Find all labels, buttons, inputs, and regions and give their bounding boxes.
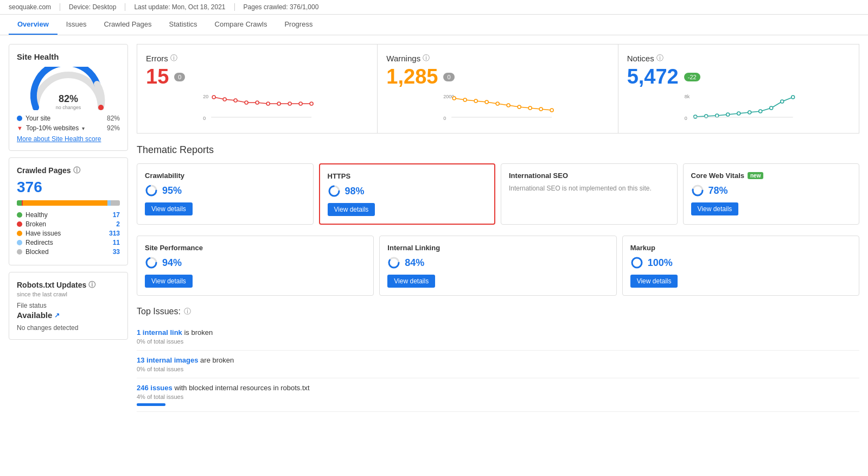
pb-healthy [17, 200, 22, 206]
more-site-health-link[interactable]: More about Site Health score [17, 135, 120, 143]
top10-chevron-icon: ▾ [82, 125, 85, 131]
https-view-details-btn[interactable]: View details [328, 203, 375, 216]
report-site-performance: Site Performance 94% View details [137, 236, 374, 296]
have-issues-dot [17, 231, 22, 236]
healthy-dot [17, 212, 22, 218]
issue-bar-3 [137, 403, 165, 406]
top10-arrow-icon: ▼ [17, 125, 23, 131]
svg-point-13 [299, 102, 302, 105]
warnings-block: Warnings ⓘ 1,285 0 2000 0 [378, 45, 618, 133]
issue-link-1[interactable]: 1 internal link [137, 328, 182, 337]
robots-info-icon[interactable]: ⓘ [88, 280, 95, 290]
site-performance-view-details-btn[interactable]: View details [145, 275, 193, 288]
report-international-seo: International SEO International SEO is n… [501, 163, 678, 225]
crawlability-view-details-btn[interactable]: View details [145, 202, 193, 215]
issue-text-3: 246 issues with blocked internal resourc… [137, 384, 859, 392]
new-badge: new [748, 172, 763, 179]
external-link-icon[interactable]: ↗ [54, 312, 60, 319]
site-health-title: Site Health [17, 52, 120, 61]
svg-point-21 [485, 100, 488, 104]
gauge-svg: 82% no changes [30, 67, 106, 110]
healthy-label: Healthy [25, 211, 48, 219]
tab-crawled-pages[interactable]: Crawled Pages [95, 15, 160, 35]
core-web-vitals-view-details-btn[interactable]: View details [691, 202, 739, 215]
crawlability-percent: 95% [162, 185, 182, 196]
reports-grid-row2: Site Performance 94% View details Intern… [137, 236, 859, 296]
errors-info-icon[interactable]: ⓘ [170, 53, 177, 63]
svg-point-27 [550, 109, 553, 112]
svg-point-11 [277, 102, 280, 105]
internal-linking-percent-row: 84% [387, 256, 608, 269]
svg-point-39 [780, 100, 783, 103]
top-issues-info-icon[interactable]: ⓘ [184, 307, 191, 316]
issue-link-2[interactable]: 13 internal images [137, 356, 198, 364]
warnings-badge: 0 [443, 73, 454, 81]
notices-chart: 8k 0 [627, 93, 850, 123]
svg-point-40 [791, 96, 794, 99]
markup-donut [630, 256, 643, 269]
svg-point-25 [528, 106, 532, 110]
thematic-reports-section: Thematic Reports Crawlability 95% View d… [137, 144, 859, 296]
notices-info-icon[interactable]: ⓘ [656, 53, 663, 63]
topbar-pages-crawled: Pages crawled: 376/1,000 [244, 3, 328, 11]
svg-point-36 [748, 111, 751, 114]
svg-text:no changes: no changes [56, 105, 81, 110]
issue-text-2: 13 internal images are broken [137, 356, 859, 364]
topbar-device: Device: Desktop [69, 3, 125, 11]
svg-point-22 [496, 102, 499, 105]
https-percent-row: 98% [328, 185, 487, 198]
topbar: seoquake.com Device: Desktop Last update… [0, 0, 868, 15]
crawlability-percent-row: 95% [145, 184, 305, 197]
https-percent: 98% [345, 186, 365, 197]
crawled-progress-bar [17, 200, 120, 206]
stat-redirects: Redirects 11 [17, 239, 120, 246]
issue-item-1: 1 internal link is broken 0% of total is… [137, 323, 859, 351]
svg-text:8k: 8k [684, 94, 690, 99]
notices-value-row: 5,472 -22 [627, 65, 850, 88]
crawled-info-icon[interactable]: ⓘ [73, 166, 80, 175]
tab-issues[interactable]: Issues [58, 15, 95, 35]
broken-dot [17, 221, 22, 227]
internal-linking-view-details-btn[interactable]: View details [387, 275, 435, 288]
tab-progress[interactable]: Progress [276, 15, 321, 35]
svg-point-19 [463, 98, 467, 101]
tab-overview[interactable]: Overview [9, 15, 58, 35]
legend-top10: ▼ Top-10% websites ▾ 92% [17, 124, 120, 132]
report-markup: Markup 100% View details [622, 236, 859, 296]
errors-label: Errors ⓘ [146, 53, 368, 63]
warnings-label: Warnings ⓘ [386, 53, 609, 63]
svg-text:82%: 82% [59, 93, 78, 104]
internal-linking-title: Internal Linking [387, 244, 608, 252]
gauge-container: 82% no changes [17, 67, 120, 110]
redirects-count: 11 [113, 239, 120, 246]
issue-sub-1: 0% of total issues [137, 338, 859, 345]
issue-suffix-2: are broken [200, 356, 234, 364]
core-web-vitals-percent-row: 78% [691, 184, 852, 197]
warnings-info-icon[interactable]: ⓘ [423, 53, 430, 63]
robots-title: Robots.txt Updates ⓘ [17, 280, 120, 290]
issue-link-3[interactable]: 246 issues [137, 384, 173, 392]
report-internal-linking: Internal Linking 84% View details [379, 236, 616, 296]
crawlability-title: Crawlability [145, 172, 305, 180]
svg-point-20 [474, 99, 477, 103]
notices-badge: -22 [684, 73, 700, 81]
svg-point-35 [737, 112, 740, 115]
errors-chart: 20 0 [146, 93, 368, 123]
svg-point-34 [726, 113, 729, 116]
broken-count: 2 [116, 220, 120, 228]
tab-compare-crawls[interactable]: Compare Crawls [206, 15, 276, 35]
errors-badge: 0 [174, 73, 185, 81]
internal-linking-donut [387, 256, 400, 269]
top-issues-section: Top Issues: ⓘ 1 internal link is broken … [137, 307, 859, 412]
nav-tabs: Overview Issues Crawled Pages Statistics… [0, 15, 868, 35]
internal-linking-percent: 84% [405, 257, 424, 269]
stat-broken: Broken 2 [17, 220, 120, 228]
issue-item-2: 13 internal images are broken 0% of tota… [137, 351, 859, 378]
notices-block: Notices ⓘ 5,472 -22 8k 0 [618, 45, 859, 133]
warnings-value-row: 1,285 0 [386, 65, 609, 88]
tab-statistics[interactable]: Statistics [161, 15, 206, 35]
redirects-label: Redirects [25, 239, 53, 246]
markup-view-details-btn[interactable]: View details [630, 275, 678, 288]
stat-have-issues: Have issues 313 [17, 230, 120, 237]
issue-suffix-3: with blocked internal resources in robot… [174, 384, 309, 392]
